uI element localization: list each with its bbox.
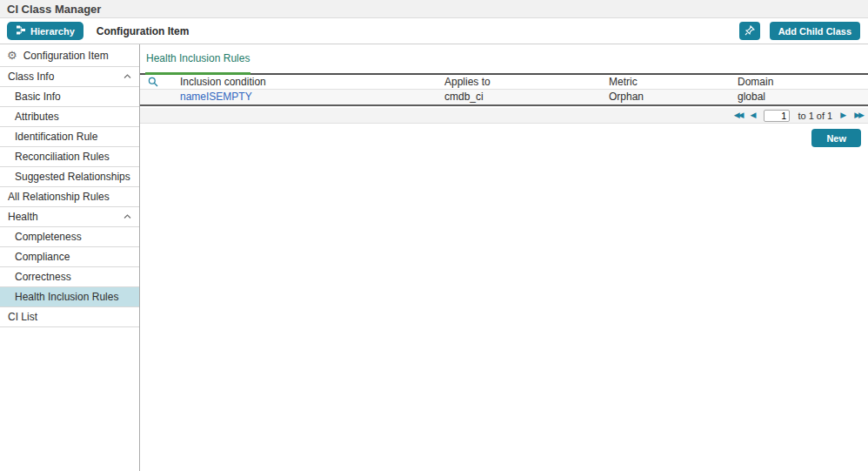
sidebar-item-label: CI List <box>8 311 37 323</box>
sidebar-item-label: Health Inclusion Rules <box>15 291 118 303</box>
cell-domain: global <box>738 89 868 105</box>
next-page-button[interactable]: ▶ <box>840 111 846 119</box>
pin-button[interactable] <box>739 22 760 40</box>
sidebar: ⚙ Configuration Item Class Info Basic In… <box>0 44 140 471</box>
sidebar-item-label: Basic Info <box>15 91 61 103</box>
sidebar-item-health-inclusion-rules[interactable]: Health Inclusion Rules <box>0 287 139 307</box>
column-header-inclusion-condition[interactable]: Inclusion condition <box>180 75 444 89</box>
first-page-button[interactable]: ◀◀ <box>734 111 743 119</box>
sidebar-item-ci-list[interactable]: CI List <box>0 307 139 327</box>
hierarchy-button-label: Hierarchy <box>30 26 75 37</box>
add-child-class-label: Add Child Class <box>778 26 851 37</box>
tab-bar: Health Inclusion Rules <box>140 44 868 75</box>
column-header-applies-to[interactable]: Applies to <box>444 75 609 89</box>
sidebar-item-label: All Relationship Rules <box>8 191 110 203</box>
content-layout: ⚙ Configuration Item Class Info Basic In… <box>0 44 868 471</box>
tab-health-inclusion-rules[interactable]: Health Inclusion Rules <box>145 52 250 73</box>
health-inclusion-rules-table: Inclusion condition Applies to Metric Do… <box>140 75 868 106</box>
sidebar-item-compliance[interactable]: Compliance <box>0 247 139 267</box>
chevron-up-icon <box>124 74 131 79</box>
column-header-domain[interactable]: Domain <box>738 75 868 89</box>
sidebar-root-configuration-item[interactable]: ⚙ Configuration Item <box>0 44 139 67</box>
breadcrumb: Configuration Item <box>97 25 190 37</box>
app-header: CI Class Manager <box>0 0 868 18</box>
sidebar-item-label: Health <box>8 211 38 223</box>
sidebar-item-label: Suggested Relationships <box>15 171 130 183</box>
sidebar-item-completeness[interactable]: Completeness <box>0 227 139 247</box>
ci-class-manager-app: CI Class Manager Hierarchy Configuration… <box>0 0 868 471</box>
sidebar-item-health[interactable]: Health <box>0 207 139 227</box>
row-spacer-cell <box>140 89 180 105</box>
hierarchy-icon <box>16 25 26 37</box>
previous-page-button[interactable]: ◀ <box>751 111 757 119</box>
table-row: nameISEMPTY cmdb_ci Orphan global <box>140 89 868 105</box>
sidebar-item-correctness[interactable]: Correctness <box>0 267 139 287</box>
sidebar-item-suggested-relationships[interactable]: Suggested Relationships <box>0 167 139 187</box>
sidebar-item-label: Reconciliation Rules <box>15 151 110 163</box>
inclusion-condition-link[interactable]: nameISEMPTY <box>180 91 252 103</box>
page-title: CI Class Manager <box>7 3 101 16</box>
sidebar-item-all-relationship-rules[interactable]: All Relationship Rules <box>0 187 139 207</box>
sidebar-item-label: Identification Rule <box>15 131 97 143</box>
hierarchy-button[interactable]: Hierarchy <box>7 22 83 40</box>
add-child-class-button[interactable]: Add Child Class <box>770 22 860 40</box>
sidebar-item-basic-info[interactable]: Basic Info <box>0 87 139 107</box>
page-number-input[interactable] <box>764 110 790 122</box>
pagination-range-text: to 1 of 1 <box>798 111 832 121</box>
last-page-button[interactable]: ▶▶ <box>854 111 863 119</box>
sidebar-item-attributes[interactable]: Attributes <box>0 107 139 127</box>
cell-metric: Orphan <box>609 89 738 105</box>
new-button-row: New <box>140 124 868 147</box>
cell-applies-to: cmdb_ci <box>444 89 609 105</box>
gear-icon: ⚙ <box>7 50 17 61</box>
new-button[interactable]: New <box>811 129 861 147</box>
sidebar-item-label: Correctness <box>15 271 71 283</box>
column-header-metric[interactable]: Metric <box>609 75 738 89</box>
sidebar-root-label: Configuration Item <box>23 50 109 62</box>
main-content: Health Inclusion Rules <box>140 44 868 471</box>
pin-icon <box>744 25 755 37</box>
chevron-up-icon <box>124 214 131 219</box>
sidebar-item-reconciliation-rules[interactable]: Reconciliation Rules <box>0 147 139 167</box>
sidebar-item-label: Compliance <box>15 251 70 263</box>
toolbar: Hierarchy Configuration Item Add Child C… <box>0 18 868 44</box>
sidebar-item-label: Completeness <box>15 231 82 243</box>
list-search-button[interactable] <box>140 75 180 89</box>
table-header-row: Inclusion condition Applies to Metric Do… <box>140 75 868 89</box>
search-icon <box>148 77 180 87</box>
sidebar-item-label: Class Info <box>8 71 54 83</box>
sidebar-item-class-info[interactable]: Class Info <box>0 67 139 87</box>
cell-inclusion-condition: nameISEMPTY <box>180 89 444 105</box>
pagination-bar: ◀◀ ◀ to 1 of 1 ▶ ▶▶ <box>140 108 868 124</box>
sidebar-item-identification-rule[interactable]: Identification Rule <box>0 127 139 147</box>
sidebar-item-label: Attributes <box>15 111 59 123</box>
